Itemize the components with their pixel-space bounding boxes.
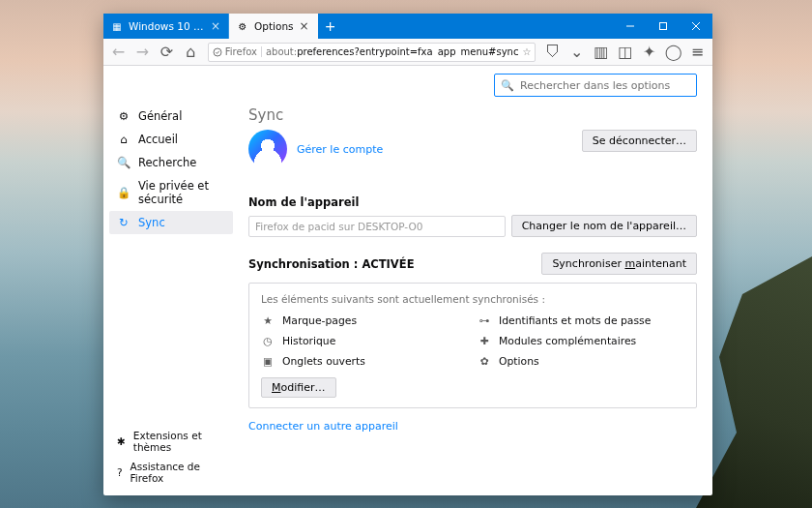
sidebar-footer-support[interactable]: ?Assistance de Firefox (109, 457, 233, 488)
home-icon: ⌂ (117, 133, 130, 146)
sync-item-logins: ⊶Identifiants et mots de passe (478, 314, 684, 327)
sidebar-item-general[interactable]: ⚙Général (109, 105, 233, 128)
search-icon: 🔍 (117, 156, 130, 169)
library-icon[interactable]: ▥ (590, 41, 612, 64)
avatar (248, 130, 287, 168)
puzzle-icon: ✱ (117, 435, 126, 447)
connect-device-link[interactable]: Connecter un autre appareil (248, 420, 398, 433)
content-area: ⚙Général ⌂Accueil 🔍Recherche 🔒Vie privée… (103, 66, 712, 495)
sync-now-button[interactable]: Synchroniser maintenant (541, 253, 697, 275)
sidebar-item-search[interactable]: 🔍Recherche (109, 151, 233, 174)
svg-rect-1 (660, 23, 667, 30)
sync-item-options: ✿Options (478, 355, 684, 368)
tab-active[interactable]: ⚙ Options × (229, 14, 318, 39)
key-icon: ⊶ (478, 314, 491, 327)
sidebar-item-label: Général (138, 109, 182, 123)
change-device-name-button[interactable]: Changer le nom de l'appareil… (511, 215, 697, 237)
window-close-button[interactable] (680, 14, 712, 39)
close-tab-icon[interactable]: × (300, 19, 309, 33)
sidebar-footer-label: Assistance de Firefox (130, 461, 225, 484)
url-text: about:preferences?entrypoint=fxa_app_men… (266, 46, 518, 57)
sync-status-label: Synchronisation : ACTIVÉE (248, 257, 414, 271)
home-button[interactable]: ⌂ (180, 41, 202, 64)
manage-account-link[interactable]: Gérer le compte (297, 143, 383, 156)
sync-item-addons: ✚Modules complémentaires (478, 335, 684, 347)
close-tab-icon[interactable]: × (211, 19, 220, 33)
sync-item-history: ◷Historique (261, 335, 468, 347)
preferences-sidebar: ⚙Général ⌂Accueil 🔍Recherche 🔒Vie privée… (103, 66, 239, 495)
tab-label: Options (254, 20, 294, 32)
sync-items-box: Les éléments suivants sont actuellement … (248, 283, 697, 408)
sync-item-tabs: ▣Onglets ouverts (261, 355, 468, 368)
search-placeholder: Rechercher dans les options (520, 79, 670, 92)
gear-icon: ⚙ (117, 109, 130, 123)
sign-out-button[interactable]: Se déconnecter… (582, 130, 697, 152)
forward-button[interactable]: → (131, 41, 154, 64)
url-bar[interactable]: Firefox about:preferences?entrypoint=fxa… (208, 43, 536, 62)
toolbar: ← → ⟳ ⌂ Firefox about:preferences?entryp… (103, 39, 712, 66)
browser-window: ▦ Windows 10 : comment reme... × ⚙ Optio… (103, 14, 712, 495)
favicon: ▦ (111, 20, 123, 32)
help-icon: ? (117, 466, 123, 478)
sidebar-footer-label: Extensions et thèmes (133, 430, 225, 453)
tab-label: Windows 10 : comment reme... (129, 20, 205, 32)
sidebar-item-home[interactable]: ⌂Accueil (109, 128, 233, 151)
sidebar-item-label: Vie privée et sécurité (138, 179, 225, 206)
sidebar-item-label: Sync (138, 216, 165, 229)
device-name-input[interactable] (248, 216, 506, 237)
page-title: Sync (248, 106, 697, 124)
sidebar-toggle-icon[interactable]: ◫ (614, 41, 636, 64)
sidebar-item-sync[interactable]: ↻Sync (109, 211, 233, 234)
bookmark-star-icon[interactable]: ☆ (522, 46, 531, 57)
puzzle-icon: ✚ (478, 335, 491, 347)
modify-sync-button[interactable]: Modifier… (261, 377, 336, 398)
app-menu-icon[interactable]: ≡ (686, 41, 709, 64)
tabs-icon: ▣ (261, 355, 275, 368)
tab-strip: ▦ Windows 10 : comment reme... × ⚙ Optio… (103, 14, 712, 39)
svg-point-4 (214, 48, 221, 56)
search-icon: 🔍 (501, 79, 514, 92)
search-preferences-input[interactable]: 🔍 Rechercher dans les options (494, 74, 697, 97)
sidebar-item-privacy[interactable]: 🔒Vie privée et sécurité (109, 174, 233, 211)
gear-icon: ✿ (478, 355, 491, 368)
sidebar-item-label: Recherche (138, 156, 196, 169)
tab-inactive[interactable]: ▦ Windows 10 : comment reme... × (103, 14, 229, 39)
back-button[interactable]: ← (107, 41, 130, 64)
favicon: ⚙ (237, 20, 248, 32)
shield-icon[interactable]: ⛉ (541, 41, 564, 64)
window-maximize-button[interactable] (647, 14, 680, 39)
lock-icon: 🔒 (117, 186, 130, 199)
identity-label: Firefox (225, 46, 257, 57)
device-name-heading: Nom de l'appareil (248, 195, 697, 209)
star-icon: ★ (261, 314, 275, 327)
profile-icon[interactable]: ◯ (662, 41, 684, 64)
extensions-icon[interactable]: ✦ (638, 41, 660, 64)
history-icon: ◷ (261, 335, 275, 347)
sync-item-bookmarks: ★Marque-pages (261, 314, 468, 327)
preferences-main: 🔍 Rechercher dans les options Sync Gérer… (239, 66, 712, 495)
pocket-icon[interactable]: ⌄ (566, 41, 588, 64)
window-minimize-button[interactable] (614, 14, 647, 39)
sync-icon: ↻ (117, 216, 130, 229)
sidebar-footer-extensions[interactable]: ✱Extensions et thèmes (109, 426, 233, 457)
reload-button[interactable]: ⟳ (156, 41, 178, 64)
sidebar-item-label: Accueil (138, 133, 178, 146)
new-tab-button[interactable]: + (318, 14, 343, 39)
sync-intro-text: Les éléments suivants sont actuellement … (261, 293, 684, 305)
site-identity[interactable]: Firefox (213, 46, 262, 57)
